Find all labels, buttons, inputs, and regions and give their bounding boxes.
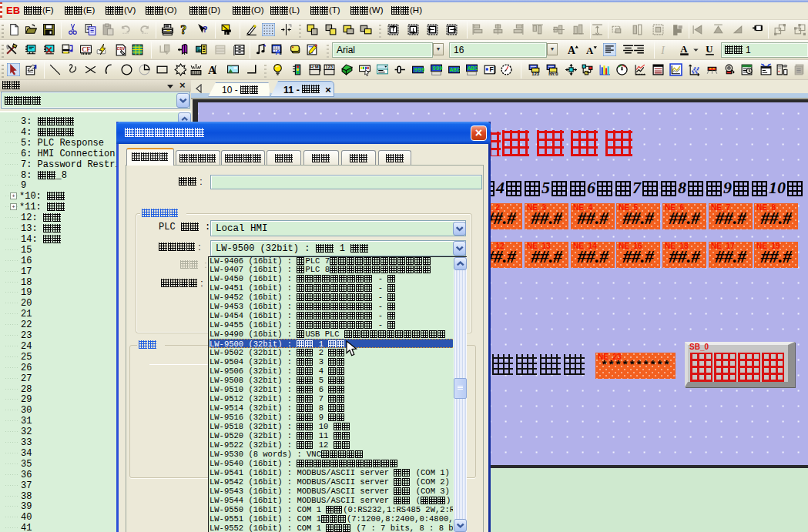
svg-text:CF: CF: [82, 45, 90, 53]
svg-text:?: ?: [202, 24, 207, 34]
svg-text:U: U: [706, 44, 712, 55]
svg-text:ABC: ABC: [450, 67, 461, 73]
svg-text:123: 123: [325, 65, 333, 69]
svg-text:A: A: [586, 45, 594, 56]
svg-text:A: A: [568, 45, 575, 56]
svg-text:A: A: [275, 48, 280, 56]
svg-text:csv: csv: [116, 45, 125, 51]
svg-text:I: I: [660, 45, 666, 56]
svg-text:F: F: [490, 65, 494, 73]
svg-text:hh:01: hh:01: [548, 72, 558, 76]
svg-text:999: 999: [432, 65, 443, 72]
svg-text:?: ?: [180, 23, 186, 36]
svg-text:ABC: ABC: [468, 65, 478, 72]
svg-text:H:M: H:M: [310, 65, 319, 69]
svg-text:123: 123: [531, 72, 539, 76]
svg-text:A: A: [680, 44, 688, 55]
svg-text:999: 999: [414, 66, 424, 73]
